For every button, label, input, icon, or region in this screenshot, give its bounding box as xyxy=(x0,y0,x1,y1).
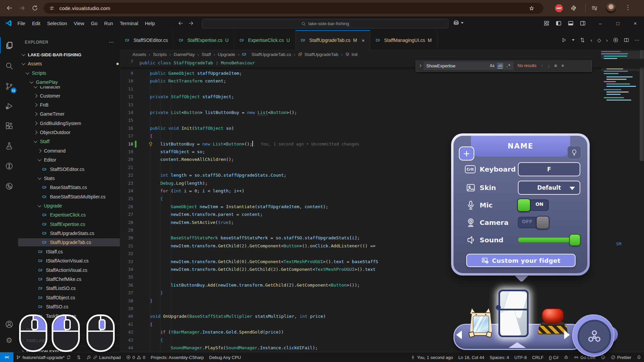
tree-folder-LAKE-SIDE-BAR-FISHING[interactable]: LAKE-SIDE-BAR-FISHING xyxy=(18,51,120,59)
status-indentation[interactable]: Spaces: 4 xyxy=(487,352,512,362)
run-button[interactable] xyxy=(561,37,567,43)
tree-folder-Upgrade[interactable]: Upgrade xyxy=(18,202,120,210)
tree-file-ExpertiseClick.cs[interactable]: C#ExpertiseClick.csU xyxy=(18,211,120,219)
explorer-more-actions-icon[interactable]: ⋯ xyxy=(109,39,114,45)
tree-file-IStaffActionVisual.cs[interactable]: C#IStaffActionVisual.cs xyxy=(18,257,120,265)
more-action[interactable]: ⋯ xyxy=(634,37,639,43)
fidget-spinner-button[interactable] xyxy=(572,314,614,357)
whole-word-toggle[interactable]: ab xyxy=(497,63,503,68)
toggle-panel-icon[interactable] xyxy=(568,20,574,26)
tree-folder-Editor[interactable]: Editor xyxy=(18,156,120,164)
status-projects[interactable]: Projects: Assembly-CSharp xyxy=(148,352,206,362)
url-bar[interactable]: code.visualstudio.com xyxy=(44,3,543,14)
add-fidget-button[interactable]: + xyxy=(459,146,474,161)
activity-run-and-debug[interactable] xyxy=(0,98,18,114)
find-in-selection-icon[interactable]: ≡ xyxy=(554,63,557,68)
regex-toggle[interactable]: .* xyxy=(506,63,511,68)
menu-run[interactable]: Run xyxy=(101,19,117,28)
toggle-sidebar-icon[interactable] xyxy=(555,20,562,26)
breadcrumb-item-StaffUpgradeTab.cs[interactable]: C#StaffUpgradeTab.cs xyxy=(242,52,291,57)
tree-file-StaffUpgradeStats.cs[interactable]: C#StaffUpgradeStats.cs xyxy=(18,229,120,237)
menu-view[interactable]: View xyxy=(70,19,88,28)
restore-icon[interactable]: □ xyxy=(609,20,627,26)
activity-gitlens[interactable] xyxy=(0,158,18,174)
status-notifications[interactable] xyxy=(634,352,644,362)
tree-folder-Staff[interactable]: Staff xyxy=(18,137,120,145)
command-center-search[interactable]: lake-side-bar-fishing xyxy=(202,19,448,28)
menu-selection[interactable]: Selection xyxy=(44,19,70,28)
status-cursor-position[interactable]: Ln 18, Col 44 xyxy=(455,352,487,362)
camera-toggle[interactable]: OFF xyxy=(518,217,549,228)
circleplay-action[interactable] xyxy=(613,37,619,43)
tree-folder-GridBuildingSystem[interactable]: GridBuildingSystem xyxy=(18,119,120,127)
breadcrumb-item-Init[interactable]: Init xyxy=(345,52,358,57)
tab-StaffManagingUI.cs[interactable]: C#StaffManagingUI.csM xyxy=(370,30,437,50)
tree-file-StaffSOEditor.cs[interactable]: C#StaffSOEditor.cs xyxy=(18,165,120,173)
breadcrumb-item-GamePlay[interactable]: GamePlay xyxy=(174,52,195,57)
tree-folder-Assets[interactable]: Assets xyxy=(18,60,120,68)
tree-file-StaffActionVisual.cs[interactable]: C#StaffActionVisual.cs xyxy=(18,266,120,274)
status-copilot-status[interactable] xyxy=(561,352,571,362)
tree-file-StaffSO.cs[interactable]: C#StaffSO.cs xyxy=(18,303,120,311)
close-tab-icon[interactable]: × xyxy=(362,38,365,43)
carousel-item-emergency-button[interactable] xyxy=(538,308,568,335)
tree-file-StaffObject.cs[interactable]: C#StaffObject.cs xyxy=(18,294,120,302)
activity-explorer[interactable] xyxy=(0,37,18,53)
bookmark-icon[interactable] xyxy=(529,5,535,11)
tree-folder-Customer[interactable]: Customer xyxy=(18,92,120,100)
slider-knob[interactable] xyxy=(569,234,581,246)
browser-menu-icon[interactable]: ⋮ xyxy=(625,4,631,11)
tab-ExpertiseClick.cs[interactable]: C#ExpertiseClick.csU xyxy=(234,30,296,50)
breadcrumb-item-StaffUpgradeTab[interactable]: StaffUpgradeTab xyxy=(298,52,338,57)
tree-folder-ObjectOutdoor[interactable]: ObjectOutdoor xyxy=(18,128,120,136)
mic-toggle[interactable]: ON xyxy=(518,199,549,211)
tab-StaffExpertise.cs[interactable]: C#StaffExpertise.csU xyxy=(173,30,234,50)
tree-file-StaffChefMike.cs[interactable]: C#StaffChefMike.cs xyxy=(18,275,120,283)
minimize-icon[interactable]: – xyxy=(592,20,609,26)
find-input[interactable]: ShowExpertise Aa ab .* xyxy=(424,62,514,70)
status-build-config[interactable]: Debug Any CPU xyxy=(207,352,244,362)
sound-slider[interactable] xyxy=(518,237,580,243)
carousel-prev-icon[interactable] xyxy=(456,330,462,339)
find-expand-icon[interactable] xyxy=(419,64,421,67)
activity-search[interactable] xyxy=(0,58,18,74)
breadcrumb-item-Scripts[interactable]: Scripts xyxy=(153,52,167,57)
adblock-badge[interactable]: ABP xyxy=(555,4,563,12)
tree-file-StaffExpertise.cs[interactable]: C#StaffExpertise.csU xyxy=(18,220,120,228)
tree-folder-FnB[interactable]: FnB xyxy=(18,101,120,109)
find-previous-icon[interactable]: ↑ xyxy=(541,63,543,68)
remote-indicator[interactable]: >< xyxy=(0,352,13,362)
carousel-item-cat-mirror[interactable] xyxy=(468,309,493,337)
tree-folder-GameTimer[interactable]: GameTimer xyxy=(18,110,120,118)
browser-reload-icon[interactable] xyxy=(32,5,38,11)
activity-accounts[interactable] xyxy=(0,316,18,332)
activity-source-control[interactable]: 11 xyxy=(0,78,18,94)
status-prettier[interactable]: Prettier xyxy=(608,352,634,362)
tab-StaffSOEditor.cs[interactable]: C#StaffSOEditor.cs xyxy=(120,30,173,50)
nav-back-icon[interactable] xyxy=(178,20,183,26)
menu-terminal[interactable]: Terminal xyxy=(116,19,142,28)
find-close-icon[interactable]: × xyxy=(561,63,564,68)
customize-layout-icon[interactable] xyxy=(543,20,550,26)
activity-extensions[interactable] xyxy=(0,118,18,134)
site-info-icon[interactable] xyxy=(49,5,55,11)
hint-button[interactable] xyxy=(567,146,581,159)
activity-testing[interactable] xyxy=(0,138,18,154)
breadcrumb-item-Assets[interactable]: Assets xyxy=(132,52,146,57)
prev-action[interactable]: ‹ xyxy=(590,37,592,43)
copilot-menu[interactable] xyxy=(453,19,464,26)
toggle-secondary-sidebar-icon[interactable] xyxy=(580,20,586,26)
chevron-down-icon[interactable] xyxy=(572,39,575,41)
custom-fidget-button[interactable]: Custom your fidget xyxy=(466,254,576,267)
split-action[interactable] xyxy=(624,37,629,43)
media-list-icon[interactable] xyxy=(591,5,598,11)
browser-back-icon[interactable] xyxy=(6,5,13,11)
keyboard-binding-box[interactable]: F xyxy=(518,162,580,176)
diamond-action[interactable]: ◇ xyxy=(597,37,601,43)
status-encoding[interactable]: UTF-8 xyxy=(512,352,530,362)
skin-dropdown[interactable]: Default xyxy=(518,181,580,195)
nav-forward-icon[interactable] xyxy=(188,20,194,26)
status-language-mode[interactable]: {} C# xyxy=(546,352,561,362)
tree-file-BaseStaffStatsMultiplier.cs[interactable]: C#BaseStaffStatsMultiplier.cs xyxy=(18,193,120,201)
tree-folder-Command[interactable]: Command xyxy=(18,147,120,155)
